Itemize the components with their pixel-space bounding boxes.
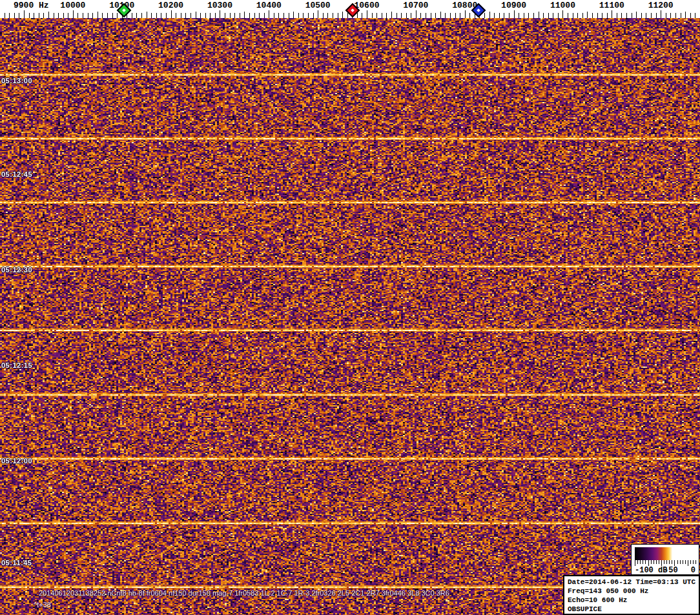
frequency-tick [141, 13, 142, 18]
time-label: 05:12:00 [1, 457, 32, 465]
frequency-tick [543, 13, 544, 18]
frequency-tick [39, 13, 39, 18]
frequency-tick [347, 13, 348, 18]
frequency-tick [9, 13, 10, 18]
frequency-tick [632, 13, 632, 18]
frequency-tick [592, 13, 593, 18]
frequency-tick [58, 13, 59, 18]
frequency-tick [460, 13, 460, 18]
frequency-tick [426, 13, 426, 18]
spectrogram-area [0, 18, 700, 615]
frequency-tick [313, 13, 314, 18]
frequency-tick [690, 13, 691, 18]
frequency-tick [14, 13, 15, 18]
frequency-tick-label: 10000 [60, 1, 85, 10]
frequency-tick [308, 13, 309, 18]
frequency-tick [435, 13, 436, 18]
frequency-tick [289, 13, 289, 18]
frequency-tick [342, 12, 343, 18]
frequency-tick [617, 13, 617, 18]
frequency-tick [24, 10, 25, 18]
colorbar-labels: -100 dB -50 0 [632, 566, 699, 574]
frequency-tick [675, 13, 676, 18]
frequency-tick [185, 13, 186, 18]
frequency-tick [338, 13, 338, 18]
frequency-tick [107, 13, 108, 18]
time-offset-label: ^t+38 [34, 601, 51, 609]
frequency-tick-label: 11100 [599, 1, 624, 10]
frequency-tick [92, 13, 93, 18]
frequency-tick [661, 10, 661, 18]
time-label: 05:12:30 [1, 266, 32, 274]
frequency-tick [220, 10, 220, 18]
frequency-tick [54, 13, 54, 18]
frequency-tick [621, 13, 622, 18]
info-station: OBSUPICE [568, 605, 699, 614]
frequency-tick [666, 13, 666, 18]
frequency-tick [401, 13, 402, 18]
frequency-tick [577, 13, 578, 18]
frequency-tick [411, 13, 411, 18]
frequency-tick [259, 13, 260, 18]
info-frequency: Freq=143 050 000 Hz [568, 587, 699, 596]
frequency-tick [528, 13, 529, 18]
frequency-tick [205, 13, 206, 18]
frequency-tick-label: 10700 [403, 1, 428, 10]
frequency-tick [499, 13, 500, 18]
frequency-tick [376, 13, 377, 18]
frequency-tick [318, 10, 318, 18]
frequency-tick [88, 13, 88, 18]
frequency-tick [269, 10, 269, 18]
frequency-tick [323, 13, 324, 18]
frequency-tick [5, 13, 5, 18]
frequency-tick [225, 13, 225, 18]
frequency-tick [382, 13, 382, 18]
frequency-tick [176, 13, 176, 18]
frequency-tick [190, 13, 191, 18]
frequency-tick [568, 13, 568, 18]
frequency-tick [147, 12, 147, 18]
frequency-tick [514, 10, 515, 18]
frequency-tick [327, 13, 328, 18]
frequency-tick [210, 13, 211, 18]
frequency-tick [230, 13, 231, 18]
frequency-tick [685, 12, 686, 18]
colorbar-legend: -100 dB -50 0 [631, 544, 699, 575]
frequency-tick [34, 13, 34, 18]
colorbar-label-max: 0 [691, 566, 695, 575]
frequency-tick [445, 13, 446, 18]
frequency-tick [524, 13, 524, 18]
frequency-tick [562, 10, 563, 18]
frequency-tick [29, 13, 30, 18]
frequency-tick [372, 13, 373, 18]
frequency-tick [215, 13, 216, 18]
frequency-tick [420, 13, 421, 18]
frequency-tick [597, 13, 598, 18]
frequency-tick [136, 13, 137, 18]
frequency-tick [494, 13, 495, 18]
frequency-tick [602, 13, 602, 18]
info-date-time: Date=2014-06-12 Time=03:13 UTC [568, 578, 699, 587]
frequency-tick [504, 13, 504, 18]
frequency-tick [416, 10, 417, 18]
frequency-tick-label: 11000 [550, 1, 575, 10]
frequency-tick [293, 12, 294, 18]
frequency-tick [151, 13, 152, 18]
frequency-tick [681, 13, 681, 18]
frequency-tick [333, 13, 333, 18]
frequency-tick [112, 13, 113, 18]
frequency-tick [63, 13, 64, 18]
frequency-tick [431, 13, 431, 18]
frequency-tick [509, 13, 510, 18]
detection-parameters-text: 20140612031138252 nCnt8 hb-8f fr0604 nf1… [39, 589, 449, 597]
frequency-tick [533, 13, 534, 18]
frequency-tick [298, 13, 299, 18]
frequency-tick [357, 13, 358, 18]
time-label: 05:13:00 [1, 77, 32, 85]
frequency-tick [386, 13, 387, 18]
frequency-tick-label: 11200 [648, 1, 674, 10]
colorbar-label-min: -100 dB [635, 566, 667, 575]
frequency-tick-label: 10500 [305, 1, 331, 10]
frequency-tick [548, 13, 549, 18]
frequency-tick [254, 13, 255, 18]
